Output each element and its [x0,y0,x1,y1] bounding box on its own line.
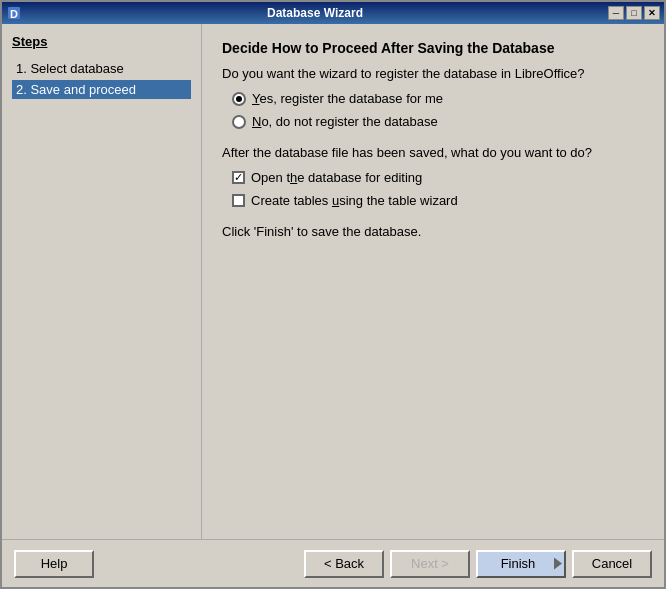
minimize-button[interactable]: ─ [608,6,624,20]
checkbox-create-tables-btn[interactable] [232,194,245,207]
cancel-button[interactable]: Cancel [572,550,652,578]
radio-yes-register-btn[interactable] [232,92,246,106]
navigation-buttons: < Back Next > Finish Cancel [304,550,652,578]
next-button[interactable]: Next > [390,550,470,578]
checkbox-create-tables-label: Create tables using the table wizard [251,193,458,208]
help-button-container: Help [14,550,94,578]
maximize-button[interactable]: □ [626,6,642,20]
back-button[interactable]: < Back [304,550,384,578]
database-wizard-window: D Database Wizard ─ □ ✕ Steps 1. Select … [0,0,666,589]
radio-yes-register-label: Yes, register the database for me [252,91,443,106]
sidebar-item-select-database[interactable]: 1. Select database [12,59,191,78]
checkbox-open-editing-label: Open the database for editing [251,170,422,185]
finish-button[interactable]: Finish [476,550,566,578]
content-area: Steps 1. Select database 2. Save and pro… [2,24,664,539]
finish-instruction: Click 'Finish' to save the database. [222,224,644,239]
sidebar-item-save-and-proceed[interactable]: 2. Save and proceed [12,80,191,99]
register-question: Do you want the wizard to register the d… [222,66,644,81]
svg-text:D: D [10,8,18,20]
section-title: Decide How to Proceed After Saving the D… [222,40,644,56]
close-button[interactable]: ✕ [644,6,660,20]
button-bar: Help < Back Next > Finish Cancel [2,539,664,587]
register-radio-group: Yes, register the database for me No, do… [222,91,644,129]
title-bar-controls: ─ □ ✕ [608,6,660,20]
radio-no-register-btn[interactable] [232,115,246,129]
sidebar: Steps 1. Select database 2. Save and pro… [2,24,202,539]
window-title: Database Wizard [22,6,608,20]
radio-no-register[interactable]: No, do not register the database [232,114,644,129]
after-save-checkbox-group: Open the database for editing Create tab… [222,170,644,208]
window-icon: D [6,5,22,21]
radio-no-register-label: No, do not register the database [252,114,438,129]
after-save-question: After the database file has been saved, … [222,145,644,160]
main-panel: Decide How to Proceed After Saving the D… [202,24,664,539]
help-button[interactable]: Help [14,550,94,578]
checkbox-open-editing-btn[interactable] [232,171,245,184]
title-bar: D Database Wizard ─ □ ✕ [2,2,664,24]
checkbox-open-editing[interactable]: Open the database for editing [232,170,644,185]
checkbox-create-tables[interactable]: Create tables using the table wizard [232,193,644,208]
radio-yes-register[interactable]: Yes, register the database for me [232,91,644,106]
sidebar-heading: Steps [12,34,191,49]
